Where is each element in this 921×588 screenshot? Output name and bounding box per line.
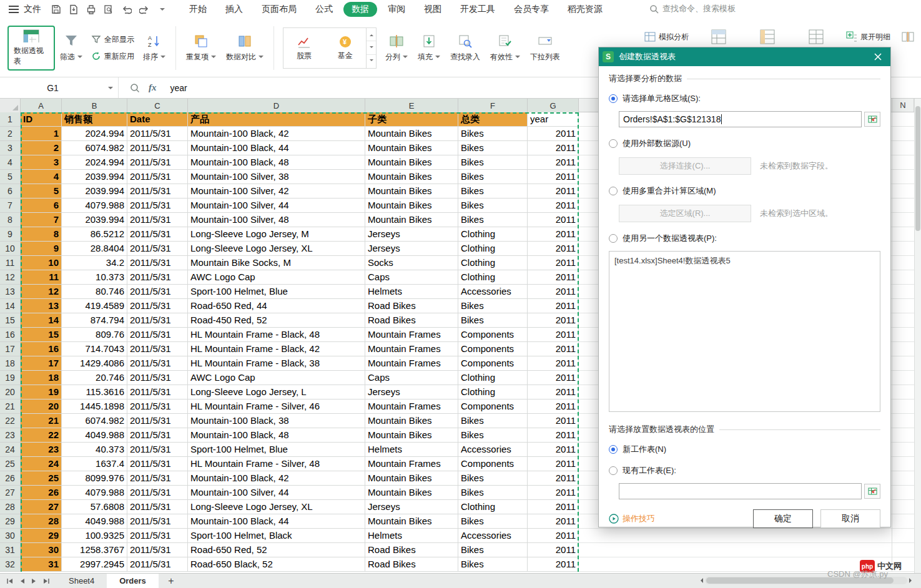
cell-D24[interactable]: Sport-100 Helmet, Blue [188, 443, 365, 457]
cell-G20[interactable]: 2011 [528, 385, 579, 399]
cell-A31[interactable]: 30 [21, 543, 62, 557]
cell-D2[interactable]: Mountain-100 Black, 42 [188, 127, 365, 141]
cell-G31[interactable]: 2011 [528, 543, 579, 557]
cell-B16[interactable]: 809.76 [62, 328, 127, 342]
gallery-down-icon[interactable] [367, 41, 376, 55]
cell-C16[interactable]: 2011/5/31 [127, 328, 188, 342]
cell-C7[interactable]: 2011/5/31 [127, 198, 188, 213]
menu-tab-视图[interactable]: 视图 [416, 2, 450, 17]
sheet-tab-sheet4[interactable]: Sheet4 [56, 574, 107, 588]
row-header-9[interactable]: 9 [0, 227, 21, 242]
dropdown-list-button[interactable]: 下拉列表 [525, 31, 565, 65]
column-header-A[interactable]: A [21, 99, 62, 112]
cell-E26[interactable]: Mountain Bikes [365, 471, 458, 486]
dialog-close-button[interactable] [869, 48, 887, 66]
cell-C30[interactable]: 2011/5/31 [127, 529, 188, 543]
cell-B19[interactable]: 20.746 [62, 371, 127, 385]
cell-E22[interactable]: Mountain Bikes [365, 414, 458, 428]
cell-D7[interactable]: Mountain-100 Silver, 44 [188, 198, 365, 213]
cell-D18[interactable]: HL Mountain Frame - Black, 38 [188, 356, 365, 371]
insert-function-button[interactable]: fx [149, 82, 157, 93]
cell-B29[interactable]: 4049.988 [62, 514, 127, 529]
cell-G30[interactable]: 2011 [528, 529, 579, 543]
cell-G23[interactable]: 2011 [528, 428, 579, 443]
cell-E6[interactable]: Mountain Bikes [365, 184, 458, 198]
data-compare-button[interactable]: 数据对比 [221, 31, 268, 65]
cell-F29[interactable]: Bikes [458, 514, 528, 529]
cell-F4[interactable]: Bikes [458, 155, 528, 170]
row-header-7[interactable]: 7 [0, 198, 21, 213]
radio-external-source-icon[interactable] [609, 139, 618, 148]
row-header-14[interactable]: 14 [0, 299, 21, 313]
cell-D15[interactable]: Road-450 Red, 52 [188, 313, 365, 328]
cell-C8[interactable]: 2011/5/31 [127, 213, 188, 227]
cell-C2[interactable]: 2011/5/31 [127, 127, 188, 141]
pivot-list-item[interactable]: [test14.xlsx]Sheet4!数据透视表5 [609, 252, 880, 270]
cell-A20[interactable]: 19 [21, 385, 62, 399]
cell-E17[interactable]: Mountain Frames [365, 342, 458, 356]
row-header-17[interactable]: 17 [0, 342, 21, 356]
cell-E25[interactable]: Mountain Frames [365, 457, 458, 471]
stock-button[interactable]: 股票 [283, 28, 325, 68]
cell-E7[interactable]: Mountain Bikes [365, 198, 458, 213]
pivot-table-button[interactable]: 数据透视表 [7, 26, 55, 71]
cell-D8[interactable]: Mountain-100 Silver, 48 [188, 213, 365, 227]
cell-A24[interactable]: 23 [21, 443, 62, 457]
cell-G7[interactable]: 2011 [528, 198, 579, 213]
cell-E30[interactable]: Helmets [365, 529, 458, 543]
menu-tab-稻壳资源[interactable]: 稻壳资源 [559, 2, 611, 17]
cell-E15[interactable]: Road Bikes [365, 313, 458, 328]
cell-A1[interactable]: ID [21, 112, 62, 127]
menu-tab-开发工具[interactable]: 开发工具 [452, 2, 503, 17]
cell-G12[interactable]: 2011 [528, 270, 579, 285]
row-header-2[interactable]: 2 [0, 127, 21, 141]
cell-G32[interactable]: 2011 [528, 557, 579, 572]
cell-B23[interactable]: 4049.988 [62, 428, 127, 443]
menu-tab-会员专享[interactable]: 会员专享 [506, 2, 557, 17]
formula-search-icon[interactable] [130, 83, 140, 93]
cell-E5[interactable]: Mountain Bikes [365, 170, 458, 184]
cell-B21[interactable]: 1445.1898 [62, 399, 127, 414]
cell-G27[interactable]: 2011 [528, 486, 579, 500]
cell-F1[interactable]: 总类 [458, 112, 528, 127]
cell-C11[interactable]: 2011/5/31 [127, 256, 188, 270]
main-menu-icon[interactable] [9, 4, 19, 15]
cell-G25[interactable]: 2011 [528, 457, 579, 471]
cell-G18[interactable]: 2011 [528, 356, 579, 371]
cell-D27[interactable]: Mountain-100 Silver, 44 [188, 486, 365, 500]
name-box-dropdown-icon[interactable] [108, 87, 113, 92]
cell-F2[interactable]: Bikes [458, 127, 528, 141]
cell-A28[interactable]: 27 [21, 500, 62, 514]
cell-E11[interactable]: Socks [365, 256, 458, 270]
cell-A32[interactable]: 31 [21, 557, 62, 572]
cell-C29[interactable]: 2011/5/31 [127, 514, 188, 529]
cell-D32[interactable]: Road-650 Black, 52 [188, 557, 365, 572]
cell-F10[interactable]: Clothing [458, 242, 528, 256]
cell-B2[interactable]: 2024.994 [62, 127, 127, 141]
cell-F16[interactable]: Components [458, 328, 528, 342]
cell-D23[interactable]: Mountain-100 Black, 48 [188, 428, 365, 443]
cell-B1[interactable]: 销售额 [62, 112, 127, 127]
cell-A10[interactable]: 9 [21, 242, 62, 256]
cell-D12[interactable]: AWC Logo Cap [188, 270, 365, 285]
cell-C1[interactable]: Date [127, 112, 188, 127]
cell-B18[interactable]: 1429.4086 [62, 356, 127, 371]
cell-A12[interactable]: 11 [21, 270, 62, 285]
cell-G8[interactable]: 2011 [528, 213, 579, 227]
cell-B3[interactable]: 6074.982 [62, 141, 127, 155]
cell-D20[interactable]: Long-Sleeve Logo Jersey, L [188, 385, 365, 399]
cell-G21[interactable]: 2011 [528, 399, 579, 414]
row-header-15[interactable]: 15 [0, 313, 21, 328]
cell-B14[interactable]: 419.4589 [62, 299, 127, 313]
what-if-analysis-button[interactable]: 模拟分析 [644, 31, 689, 42]
cell-D19[interactable]: AWC Logo Cap [188, 371, 365, 385]
vertical-scrollbar[interactable] [914, 99, 921, 573]
validation-button[interactable]: 有效性 [485, 31, 525, 65]
cell-F28[interactable]: Clothing [458, 500, 528, 514]
cell-E21[interactable]: Mountain Frames [365, 399, 458, 414]
cell-E12[interactable]: Caps [365, 270, 458, 285]
row-header-31[interactable]: 31 [0, 543, 21, 557]
row-header-16[interactable]: 16 [0, 328, 21, 342]
cell-B22[interactable]: 6074.982 [62, 414, 127, 428]
column-header-B[interactable]: B [62, 99, 127, 112]
